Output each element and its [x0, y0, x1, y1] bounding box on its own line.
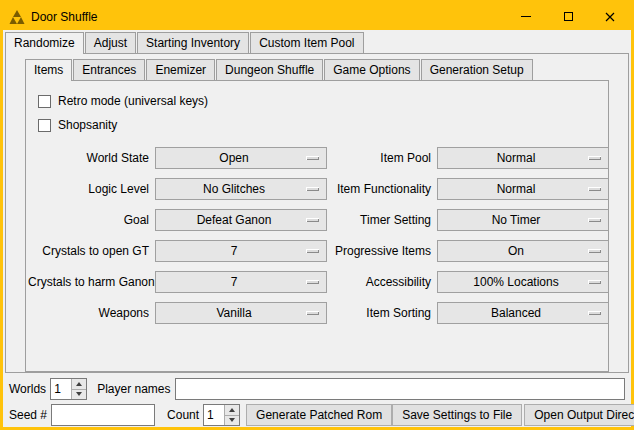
save-settings-button[interactable]: Save Settings to File	[392, 404, 522, 426]
tab-dungeon-shuffle[interactable]: Dungeon Shuffle	[216, 59, 323, 80]
count-input[interactable]	[204, 405, 224, 425]
tab-entrances[interactable]: Entrances	[73, 59, 145, 80]
inner-tab-bar: Items Entrances Enemizer Dungeon Shuffle…	[6, 59, 628, 80]
tab-enemizer[interactable]: Enemizer	[146, 59, 215, 80]
item-sorting-label: Item Sorting	[333, 306, 431, 320]
worlds-spin-up-button[interactable]	[72, 379, 86, 389]
goal-dropdown[interactable]: Defeat Ganon	[155, 209, 327, 231]
item-functionality-dropdown[interactable]: Normal	[437, 178, 609, 200]
checkbox-box-icon	[38, 119, 51, 132]
logic-level-dropdown[interactable]: No Glitches	[155, 178, 327, 200]
settings-grid: World State Open Item Pool Normal Logic …	[28, 147, 608, 324]
dropdown-indicator-icon	[588, 280, 601, 284]
goal-value: Defeat Ganon	[197, 213, 286, 227]
item-sorting-dropdown[interactable]: Balanced	[437, 302, 609, 324]
item-sorting-value: Balanced	[491, 306, 555, 320]
progressive-items-label: Progressive Items	[333, 244, 431, 258]
tab-randomize[interactable]: Randomize	[5, 32, 84, 54]
shopsanity-label: Shopsanity	[58, 118, 117, 132]
minimize-button[interactable]	[505, 3, 547, 30]
retro-mode-checkbox[interactable]: Retro mode (universal keys)	[38, 89, 608, 113]
checkbox-box-icon	[38, 95, 51, 108]
timer-setting-dropdown[interactable]: No Timer	[437, 209, 609, 231]
count-label: Count	[167, 408, 199, 422]
crystals-gt-dropdown[interactable]: 7	[155, 240, 327, 262]
progressive-items-value: On	[508, 244, 538, 258]
spin-up-icon	[76, 382, 82, 386]
accessibility-value: 100% Locations	[473, 275, 572, 289]
tab-custom-item-pool[interactable]: Custom Item Pool	[250, 32, 363, 53]
spin-up-icon	[229, 408, 235, 412]
accessibility-label: Accessibility	[333, 275, 431, 289]
shopsanity-checkbox[interactable]: Shopsanity	[38, 113, 608, 137]
weapons-dropdown[interactable]: Vanilla	[155, 302, 327, 324]
randomize-tab-panel: Items Entrances Enemizer Dungeon Shuffle…	[5, 53, 629, 373]
crystals-ganon-value: 7	[231, 275, 252, 289]
dropdown-indicator-icon	[588, 249, 601, 253]
worlds-label: Worlds	[9, 382, 46, 396]
spin-down-icon	[76, 392, 82, 396]
dropdown-indicator-icon	[306, 156, 319, 160]
progressive-items-dropdown[interactable]: On	[437, 240, 609, 262]
item-pool-value: Normal	[497, 151, 550, 165]
maximize-button[interactable]	[547, 3, 589, 30]
tab-game-options[interactable]: Game Options	[324, 59, 419, 80]
count-spin-down-button[interactable]	[225, 415, 239, 426]
spin-down-icon	[229, 418, 235, 422]
seed-input[interactable]	[51, 404, 155, 426]
weapons-label: Weapons	[28, 306, 149, 320]
crystals-ganon-dropdown[interactable]: 7	[155, 271, 327, 293]
crystals-ganon-label: Crystals to harm Ganon	[28, 275, 149, 289]
dropdown-indicator-icon	[306, 280, 319, 284]
dropdown-indicator-icon	[588, 156, 601, 160]
logic-level-value: No Glitches	[203, 182, 279, 196]
seed-row: Seed # Count Generate Patched Rom Save S…	[3, 404, 631, 426]
maximize-icon	[564, 12, 573, 21]
retro-mode-label: Retro mode (universal keys)	[58, 94, 208, 108]
app-icon	[9, 9, 25, 25]
outer-tab-bar: Randomize Adjust Starting Inventory Cust…	[3, 32, 631, 53]
timer-setting-label: Timer Setting	[333, 213, 431, 227]
close-button[interactable]	[589, 3, 631, 30]
item-functionality-value: Normal	[497, 182, 550, 196]
seed-label: Seed #	[9, 408, 47, 422]
minimize-icon	[521, 16, 531, 17]
tab-starting-inventory[interactable]: Starting Inventory	[137, 32, 249, 53]
world-state-value: Open	[219, 151, 262, 165]
item-pool-dropdown[interactable]: Normal	[437, 147, 609, 169]
window-controls	[505, 3, 631, 30]
item-functionality-label: Item Functionality	[333, 182, 431, 196]
logic-level-label: Logic Level	[28, 182, 149, 196]
worlds-spin-down-button[interactable]	[72, 389, 86, 400]
goal-label: Goal	[28, 213, 149, 227]
worlds-spinner	[50, 378, 87, 400]
timer-setting-value: No Timer	[492, 213, 555, 227]
tab-adjust[interactable]: Adjust	[85, 32, 136, 53]
worlds-row: Worlds Player names	[3, 378, 631, 400]
count-spin-up-button[interactable]	[225, 405, 239, 415]
tab-generation-setup[interactable]: Generation Setup	[421, 59, 533, 80]
player-names-label: Player names	[97, 382, 170, 396]
dropdown-indicator-icon	[306, 187, 319, 191]
weapons-value: Vanilla	[216, 306, 265, 320]
player-names-input[interactable]	[175, 378, 626, 400]
window-title: Door Shuffle	[31, 10, 98, 24]
accessibility-dropdown[interactable]: 100% Locations	[437, 271, 609, 293]
dropdown-indicator-icon	[306, 311, 319, 315]
open-output-directory-button[interactable]: Open Output Directory	[524, 404, 634, 426]
generate-patched-rom-button[interactable]: Generate Patched Rom	[246, 404, 392, 426]
dropdown-indicator-icon	[588, 311, 601, 315]
world-state-dropdown[interactable]: Open	[155, 147, 327, 169]
app-window: Door Shuffle Randomize Adjust Starting I…	[0, 0, 634, 430]
worlds-input[interactable]	[51, 379, 71, 399]
close-icon	[605, 12, 615, 22]
titlebar: Door Shuffle	[3, 3, 631, 30]
dropdown-indicator-icon	[306, 218, 319, 222]
dropdown-indicator-icon	[588, 187, 601, 191]
count-spinner	[203, 404, 240, 426]
crystals-gt-label: Crystals to open GT	[28, 244, 149, 258]
tab-items[interactable]: Items	[25, 59, 72, 81]
crystals-gt-value: 7	[231, 244, 252, 258]
items-tab-panel: Retro mode (universal keys) Shopsanity W…	[25, 80, 609, 372]
item-pool-label: Item Pool	[333, 151, 431, 165]
